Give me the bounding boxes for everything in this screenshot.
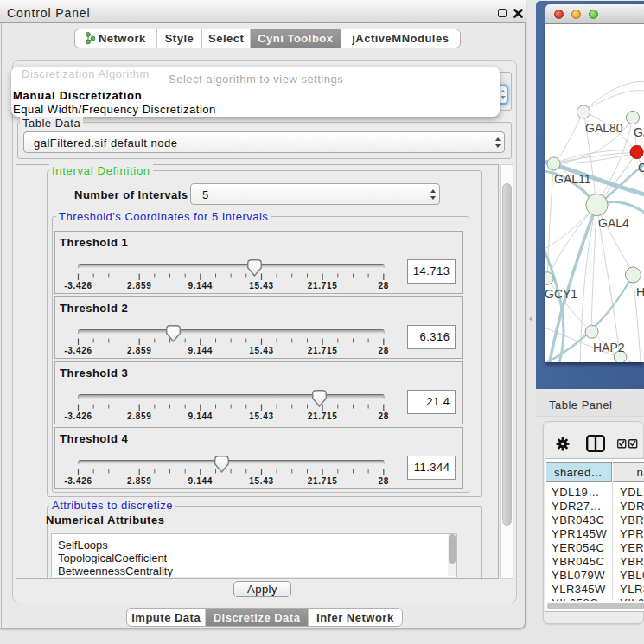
svg-text:GAL11: GAL11 [554, 172, 591, 186]
svg-text:GA: GA [634, 125, 644, 139]
svg-text:HAP2: HAP2 [593, 341, 625, 354]
svg-text:H: H [636, 285, 644, 299]
svg-text:GAL4: GAL4 [598, 216, 629, 230]
svg-text:GCY1: GCY1 [545, 287, 577, 301]
svg-text:C: C [638, 161, 644, 175]
svg-text:GAL80: GAL80 [585, 121, 623, 135]
